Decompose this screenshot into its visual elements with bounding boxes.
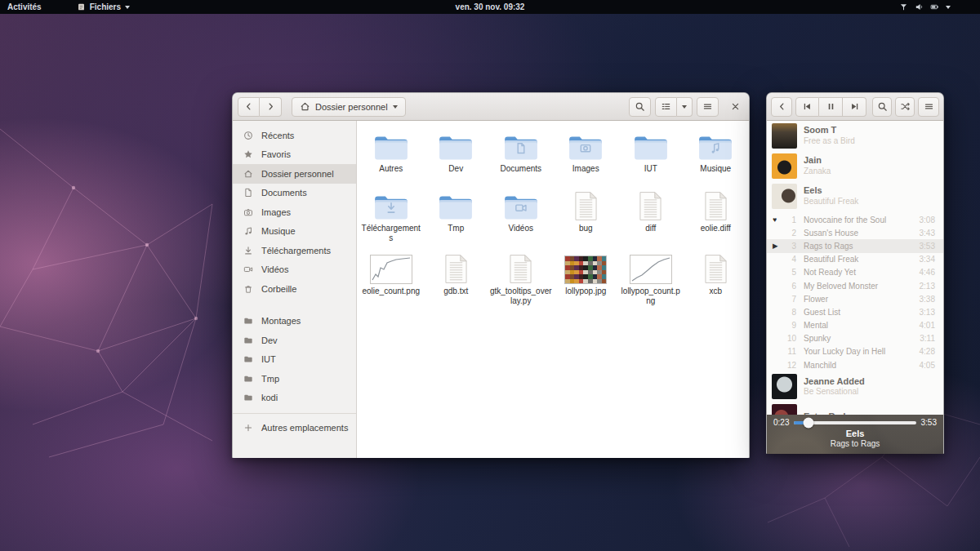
chevron-right-icon	[265, 101, 276, 112]
file-item-iut[interactable]: IUT	[618, 127, 684, 174]
sidebar-item-kodi[interactable]: kodi	[233, 389, 356, 408]
track-row-rags-to-rags[interactable]: ▶ 3 Rags to Rags 3:53	[767, 239, 943, 252]
track-row-novocaine-for-the-soul[interactable]: ♥ 1 Novocaine for the Soul 3:08	[767, 213, 943, 226]
artist-row-jain[interactable]: Jain Zanaka	[767, 151, 943, 181]
system-status-area[interactable]	[899, 2, 951, 11]
file-name-label: Autres	[379, 164, 403, 174]
app-menu-button[interactable]: Fichiers	[72, 0, 135, 14]
seek-slider[interactable]	[794, 421, 915, 424]
view-dropdown-button[interactable]	[677, 97, 693, 117]
file-item-tmp[interactable]: Tmp	[424, 186, 489, 233]
artist-row-eels[interactable]: Eels Beautiful Freak	[767, 181, 943, 211]
file-item-eolie-diff[interactable]: eolie.diff	[684, 186, 749, 233]
file-name-label: Dev	[448, 164, 463, 174]
file-item-gtk-tooltips-overlay-py[interactable]: gtk_tooltips_overlay.py	[488, 249, 554, 306]
folder-icon	[243, 374, 253, 384]
clock-button[interactable]: ven. 30 nov. 09:32	[456, 2, 525, 11]
file-item-lollypop-jpg[interactable]: lollypop.jpg	[554, 249, 619, 296]
sidebar-item-telechargements[interactable]: Téléchargements	[233, 241, 356, 260]
sidebar-item-documents[interactable]: Documents	[233, 184, 356, 203]
music-player-window: Soom T Free as a Bird Jain Zanaka Eels B…	[766, 92, 944, 454]
sidebar-item-other-locations[interactable]: Autres emplacements	[233, 418, 356, 438]
file-name-label: Tmp	[448, 224, 464, 233]
image-thumbnail	[630, 255, 672, 284]
sidebar-item-corbeille[interactable]: Corbeille	[233, 279, 356, 299]
track-title: Flower	[804, 295, 920, 304]
track-row-flower[interactable]: 7 Flower 3:38	[767, 292, 943, 305]
file-item-lollypop-count-png[interactable]: lollypop_count.png	[618, 249, 684, 306]
folder-icon	[436, 132, 475, 162]
track-row-my-beloved-monster[interactable]: 6 My Beloved Monster 2:13	[767, 279, 943, 292]
close-button[interactable]	[726, 97, 744, 117]
app-menu-label: Fichiers	[90, 2, 121, 11]
sidebar-item-tmp[interactable]: Tmp	[233, 369, 356, 389]
path-button[interactable]: Dossier personnel	[292, 97, 406, 117]
shuffle-button[interactable]	[895, 97, 915, 117]
track-row-your-lucky-day-in-hell[interactable]: 11 Your Lucky Day in Hell 4:28	[767, 345, 943, 358]
sidebar-item-dossier-personnel[interactable]: Dossier personnel	[233, 164, 356, 184]
now-playing-artist: Eels	[767, 429, 943, 439]
search-button[interactable]	[629, 97, 651, 117]
track-row-guest-list[interactable]: 8 Guest List 3:13	[767, 305, 943, 318]
file-item-images[interactable]: Images	[554, 127, 619, 174]
forward-button[interactable]	[260, 97, 282, 117]
artist-row-soom-t[interactable]: Soom T Free as a Bird	[767, 121, 943, 151]
sidebar-item-montages[interactable]: Montages	[233, 312, 356, 331]
player-back-button[interactable]	[771, 97, 792, 117]
pause-button[interactable]	[819, 97, 843, 117]
file-item-telechargements[interactable]: Téléchargements	[359, 186, 424, 243]
file-item-xcb[interactable]: xcb	[684, 249, 749, 296]
file-item-documents[interactable]: Documents	[488, 127, 554, 174]
sidebar-item-images[interactable]: Images	[233, 202, 356, 222]
chevron-down-icon	[393, 105, 398, 109]
track-row-spunky[interactable]: 10 Spunky 3:11	[767, 332, 943, 345]
pause-icon	[826, 101, 836, 112]
artist-name: Jeanne Added	[804, 376, 865, 388]
file-item-diff[interactable]: diff	[618, 186, 684, 233]
track-number: 1	[783, 216, 796, 224]
view-toggle-button[interactable]	[655, 97, 677, 117]
track-title: Novocaine for the Soul	[804, 216, 920, 224]
text-file-icon	[509, 254, 532, 284]
menu-button[interactable]	[697, 97, 719, 117]
home-icon	[300, 101, 310, 112]
clock-label: ven. 30 nov. 09:32	[456, 2, 525, 11]
next-track-button[interactable]	[843, 97, 866, 117]
seek-slider-knob[interactable]	[804, 417, 814, 428]
file-item-bug[interactable]: bug	[554, 186, 619, 233]
files-sidebar: RécentsFavorisDossier personnelDocuments…	[233, 121, 357, 458]
track-row-manchild[interactable]: 12 Manchild 4:05	[767, 358, 943, 371]
track-row-susan-s-house[interactable]: 2 Susan's House 3:43	[767, 226, 943, 239]
activities-label: Activités	[7, 2, 42, 11]
track-row-mental[interactable]: 9 Mental 4:01	[767, 319, 943, 332]
sidebar-item-favoris[interactable]: Favoris	[233, 145, 356, 165]
player-search-button[interactable]	[872, 97, 892, 117]
desktop: Activités Fichiers ven. 30 nov. 09:32 Do	[0, 0, 980, 551]
file-item-eolie-count-png[interactable]: eolie_count.png	[359, 249, 424, 296]
file-item-videos[interactable]: Vidéos	[488, 186, 554, 233]
file-item-autres[interactable]: Autres	[359, 127, 424, 174]
activities-button[interactable]: Activités	[0, 0, 49, 14]
file-item-dev[interactable]: Dev	[424, 127, 489, 174]
volume-icon	[915, 2, 924, 11]
sidebar-item-videos[interactable]: Vidéos	[233, 260, 356, 280]
track-title: Manchild	[804, 361, 920, 370]
previous-icon	[802, 101, 813, 112]
back-button[interactable]	[238, 97, 260, 117]
folder-icon	[501, 192, 541, 221]
shuffle-icon	[900, 101, 911, 112]
previous-track-button[interactable]	[795, 97, 819, 117]
file-item-musique[interactable]: Musique	[684, 127, 749, 174]
chevron-left-icon	[777, 101, 787, 112]
sidebar-item-iut[interactable]: IUT	[233, 350, 356, 370]
files-headerbar: Dossier personnel	[233, 93, 749, 121]
track-row-not-ready-yet[interactable]: 5 Not Ready Yet 4:46	[767, 266, 943, 279]
file-item-gdb-txt[interactable]: gdb.txt	[424, 249, 489, 296]
player-menu-button[interactable]	[918, 97, 939, 117]
track-title: Beautiful Freak	[804, 255, 920, 264]
track-row-beautiful-freak[interactable]: 4 Beautiful Freak 3:34	[767, 253, 943, 266]
sidebar-item-recents[interactable]: Récents	[233, 126, 356, 145]
sidebar-item-musique[interactable]: Musique	[233, 222, 356, 242]
sidebar-item-dev[interactable]: Dev	[233, 331, 356, 350]
artist-row-jeanne-added[interactable]: Jeanne Added Be Sensational	[767, 371, 943, 402]
